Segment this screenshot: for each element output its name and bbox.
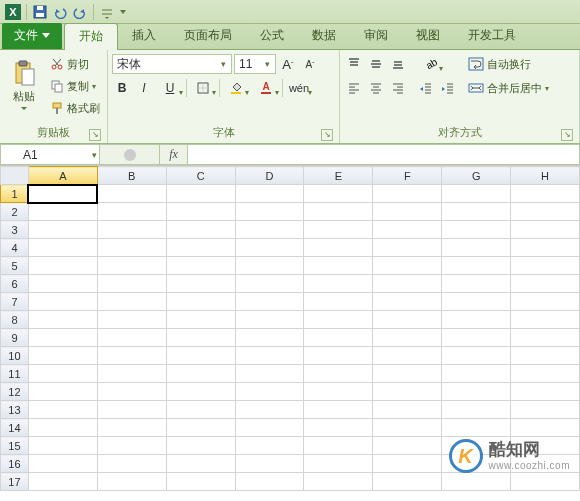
cell[interactable] [97,401,166,419]
cell[interactable] [97,365,166,383]
row-header[interactable]: 1 [1,185,29,203]
cell[interactable] [235,293,304,311]
cell[interactable] [28,473,97,491]
cell[interactable] [511,455,580,473]
cell[interactable] [511,221,580,239]
tab-file[interactable]: 文件 [2,23,62,49]
cell[interactable] [235,347,304,365]
font-name-combo[interactable]: 宋体▾ [112,54,232,74]
cell[interactable] [511,365,580,383]
cell[interactable] [304,311,373,329]
font-color-button[interactable]: A [252,78,280,98]
row-header[interactable]: 2 [1,203,29,221]
row-header[interactable]: 3 [1,221,29,239]
cell[interactable] [442,347,511,365]
cell[interactable] [304,455,373,473]
cell[interactable] [304,383,373,401]
cell[interactable] [304,419,373,437]
row-header[interactable]: 4 [1,239,29,257]
cell[interactable] [304,473,373,491]
decrease-indent-button[interactable] [416,78,436,98]
cut-button[interactable]: 剪切 [48,54,102,74]
cell[interactable] [235,419,304,437]
borders-button[interactable] [189,78,217,98]
fx-button[interactable]: fx [160,144,188,165]
tab-home[interactable]: 开始 [64,23,118,50]
clipboard-launcher-icon[interactable]: ↘ [89,129,101,141]
align-launcher-icon[interactable]: ↘ [561,129,573,141]
cell[interactable] [97,293,166,311]
cell[interactable] [235,185,304,203]
underline-button[interactable]: U [156,78,184,98]
redo-icon[interactable] [71,3,89,21]
align-middle-button[interactable] [366,54,386,74]
cell[interactable] [511,329,580,347]
tab-insert[interactable]: 插入 [118,23,170,49]
phonetic-button[interactable]: wén [285,78,313,98]
cell[interactable] [511,473,580,491]
row-header[interactable]: 6 [1,275,29,293]
row-header[interactable]: 10 [1,347,29,365]
cell[interactable] [304,239,373,257]
column-header[interactable]: D [235,167,304,185]
cell[interactable] [97,437,166,455]
row-header[interactable]: 13 [1,401,29,419]
cell[interactable] [373,329,442,347]
align-right-button[interactable] [388,78,408,98]
cell[interactable] [28,221,97,239]
cell[interactable] [442,437,511,455]
cell[interactable] [304,437,373,455]
cell[interactable] [166,383,235,401]
cell[interactable] [442,311,511,329]
cell[interactable] [442,221,511,239]
align-bottom-button[interactable] [388,54,408,74]
align-left-button[interactable] [344,78,364,98]
column-header[interactable]: H [511,167,580,185]
cell[interactable] [97,275,166,293]
bold-button[interactable]: B [112,78,132,98]
column-header[interactable]: A [28,167,97,185]
cell[interactable] [97,455,166,473]
cell[interactable] [373,383,442,401]
column-header[interactable]: F [373,167,442,185]
cell[interactable] [28,239,97,257]
cell[interactable] [442,203,511,221]
row-header[interactable]: 8 [1,311,29,329]
cell[interactable] [28,329,97,347]
undo-icon[interactable] [51,3,69,21]
cell[interactable] [304,329,373,347]
cell[interactable] [304,203,373,221]
cell[interactable] [511,401,580,419]
cell[interactable] [373,293,442,311]
row-header[interactable]: 5 [1,257,29,275]
cell[interactable] [97,257,166,275]
cell[interactable] [304,365,373,383]
row-header[interactable]: 7 [1,293,29,311]
cell[interactable] [304,221,373,239]
shrink-font-button[interactable]: Aˇ [300,54,320,74]
cell[interactable] [511,437,580,455]
column-header[interactable]: C [166,167,235,185]
cell[interactable] [166,365,235,383]
cell[interactable] [235,365,304,383]
qat-customize-icon[interactable] [98,3,116,21]
cell[interactable] [166,203,235,221]
cell[interactable] [442,473,511,491]
cell[interactable] [97,239,166,257]
save-icon[interactable] [31,3,49,21]
fill-color-button[interactable] [222,78,250,98]
tab-layout[interactable]: 页面布局 [170,23,246,49]
cell[interactable] [28,257,97,275]
cell[interactable] [235,455,304,473]
row-header[interactable]: 9 [1,329,29,347]
cell[interactable] [166,419,235,437]
cell[interactable] [235,473,304,491]
cell[interactable] [28,275,97,293]
cell[interactable] [166,473,235,491]
cell[interactable] [166,239,235,257]
select-all-corner[interactable] [1,167,29,185]
row-header[interactable]: 14 [1,419,29,437]
cell[interactable] [373,311,442,329]
cell[interactable] [373,347,442,365]
cell[interactable] [28,383,97,401]
